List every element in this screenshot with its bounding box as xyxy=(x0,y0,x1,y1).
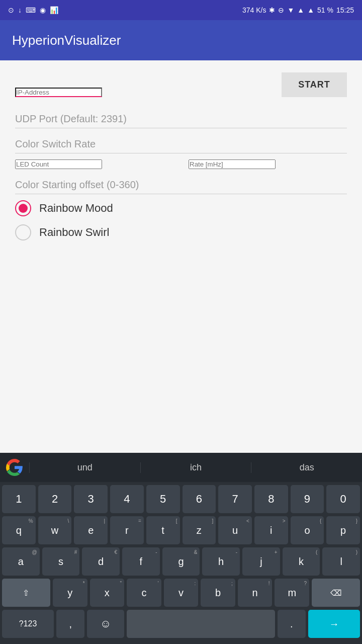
key-w[interactable]: \w xyxy=(38,516,72,544)
rainbow-swirl-label: Rainbow Swirl xyxy=(39,226,109,239)
key-l[interactable]: )l xyxy=(322,547,360,576)
key-z[interactable]: ]z xyxy=(183,516,216,544)
status-bar: ⊙ ↓ ⌨ ◉ 📊 374 K/s ✱ ⊖ ▼ ▲ ▲ 51 % 15:25 xyxy=(0,0,362,20)
key-f[interactable]: -f xyxy=(122,547,160,576)
signal-icon: ▲ xyxy=(297,6,304,14)
key-j[interactable]: +j xyxy=(242,547,280,576)
key-m[interactable]: ?m xyxy=(275,579,309,607)
app-bar: HyperionVisualizer xyxy=(0,20,362,60)
udp-port-field xyxy=(15,109,347,128)
suggestion-ich[interactable]: ich xyxy=(140,462,251,473)
led-rate-row xyxy=(15,159,347,169)
key-d[interactable]: €d xyxy=(82,547,120,576)
ip-address-row: START xyxy=(15,72,347,97)
radio-item-rainbow-mood[interactable]: Rainbow Mood xyxy=(15,200,347,216)
key-o[interactable]: {o xyxy=(291,516,324,544)
key-8[interactable]: 8 xyxy=(254,485,288,513)
color-switch-rate-input[interactable] xyxy=(15,134,347,153)
data-icon: ⊖ xyxy=(278,6,284,14)
keyboard-icon: ⌨ xyxy=(26,6,36,14)
key-3[interactable]: 3 xyxy=(74,485,108,513)
signal-icon-2: ▲ xyxy=(307,6,314,14)
ip-address-field-wrap xyxy=(15,88,272,97)
key-s[interactable]: #s xyxy=(42,547,80,576)
bottom-row: ?123 , ☺ . → xyxy=(2,610,360,638)
key-h[interactable]: -h xyxy=(202,547,240,576)
key-0[interactable]: 0 xyxy=(326,485,360,513)
app-title: HyperionVisualizer xyxy=(12,33,121,48)
delete-key[interactable]: ⌫ xyxy=(312,579,360,607)
chart-icon: 📊 xyxy=(50,6,58,14)
spotify-icon: ⊙ xyxy=(8,6,14,14)
key-2[interactable]: 2 xyxy=(38,485,72,513)
key-7[interactable]: 7 xyxy=(218,485,252,513)
rainbow-swirl-radio[interactable] xyxy=(15,224,31,240)
download-icon: ↓ xyxy=(18,6,22,14)
led-count-input[interactable] xyxy=(15,159,102,169)
main-content: START Rainbow Mood Rainbow Swirl xyxy=(0,60,362,261)
radio-group: Rainbow Mood Rainbow Swirl xyxy=(15,200,347,240)
key-y[interactable]: *y xyxy=(53,579,87,607)
key-r[interactable]: =r xyxy=(110,516,144,544)
key-p[interactable]: }p xyxy=(326,516,360,544)
rainbow-mood-label: Rainbow Mood xyxy=(39,202,113,215)
udp-port-input[interactable] xyxy=(15,109,347,128)
google-icon xyxy=(0,453,29,482)
key-c[interactable]: 'c xyxy=(127,579,161,607)
bluetooth-icon: ✱ xyxy=(269,6,275,14)
key-v[interactable]: :v xyxy=(164,579,199,607)
rate-mhz-field-wrap xyxy=(189,159,347,169)
wifi-icon: ▼ xyxy=(287,6,294,14)
emoji-key[interactable]: ☺ xyxy=(87,610,124,638)
period-key[interactable]: . xyxy=(278,610,306,638)
key-1[interactable]: 1 xyxy=(2,485,36,513)
key-e[interactable]: |e xyxy=(74,516,108,544)
shift-row: ⇧ *y "x 'c :v ;b !n ?m ⌫ xyxy=(2,579,360,607)
key-4[interactable]: 4 xyxy=(110,485,144,513)
keyboard: und ich das 1 2 3 4 5 6 7 8 9 0 %q \w |e… xyxy=(0,453,362,644)
comma-key[interactable]: , xyxy=(56,610,84,638)
key-u[interactable]: <u xyxy=(218,516,252,544)
status-left-icons: ⊙ ↓ ⌨ ◉ 📊 xyxy=(8,6,58,14)
spacebar-key[interactable] xyxy=(127,610,275,638)
key-n[interactable]: !n xyxy=(238,579,273,607)
key-9[interactable]: 9 xyxy=(291,485,324,513)
led-count-field-wrap xyxy=(15,159,173,169)
keyboard-suggestions-bar: und ich das xyxy=(0,453,362,482)
record-icon: ◉ xyxy=(40,6,46,14)
rainbow-mood-radio[interactable] xyxy=(15,200,31,216)
color-starting-offset-input[interactable] xyxy=(15,175,347,194)
ip-address-input[interactable] xyxy=(15,88,102,97)
key-6[interactable]: 6 xyxy=(183,485,216,513)
key-t[interactable]: [t xyxy=(146,516,180,544)
network-speed: 374 K/s xyxy=(242,6,266,14)
radio-item-rainbow-swirl[interactable]: Rainbow Swirl xyxy=(15,224,347,240)
num-sym-key[interactable]: ?123 xyxy=(2,610,54,638)
clock: 15:25 xyxy=(336,6,354,14)
key-k[interactable]: (k xyxy=(283,547,320,576)
key-b[interactable]: ;b xyxy=(201,579,235,607)
shift-key[interactable]: ⇧ xyxy=(2,579,50,607)
rate-mhz-input[interactable] xyxy=(189,159,276,169)
key-g[interactable]: &g xyxy=(162,547,200,576)
key-5[interactable]: 5 xyxy=(146,485,180,513)
key-rows: 1 2 3 4 5 6 7 8 9 0 %q \w |e =r [t ]z <u… xyxy=(0,482,362,644)
suggestion-und[interactable]: und xyxy=(29,462,140,473)
battery-level: 51 % xyxy=(317,6,333,14)
number-row: 1 2 3 4 5 6 7 8 9 0 xyxy=(2,485,360,513)
start-button[interactable]: START xyxy=(282,72,347,97)
key-a[interactable]: @a xyxy=(2,547,40,576)
key-q[interactable]: %q xyxy=(2,516,36,544)
key-x[interactable]: "x xyxy=(90,579,125,607)
key-i[interactable]: >i xyxy=(254,516,288,544)
asdf-row: @a #s €d -f &g -h +j (k )l xyxy=(2,547,360,576)
color-switch-rate-field xyxy=(15,134,347,153)
status-right-info: 374 K/s ✱ ⊖ ▼ ▲ ▲ 51 % 15:25 xyxy=(242,6,354,14)
color-offset-field xyxy=(15,175,347,194)
qwerty-row: %q \w |e =r [t ]z <u >i {o }p xyxy=(2,516,360,544)
enter-key[interactable]: → xyxy=(308,610,360,638)
suggestion-das[interactable]: das xyxy=(251,462,362,473)
suggestion-words-container: und ich das xyxy=(29,462,362,473)
